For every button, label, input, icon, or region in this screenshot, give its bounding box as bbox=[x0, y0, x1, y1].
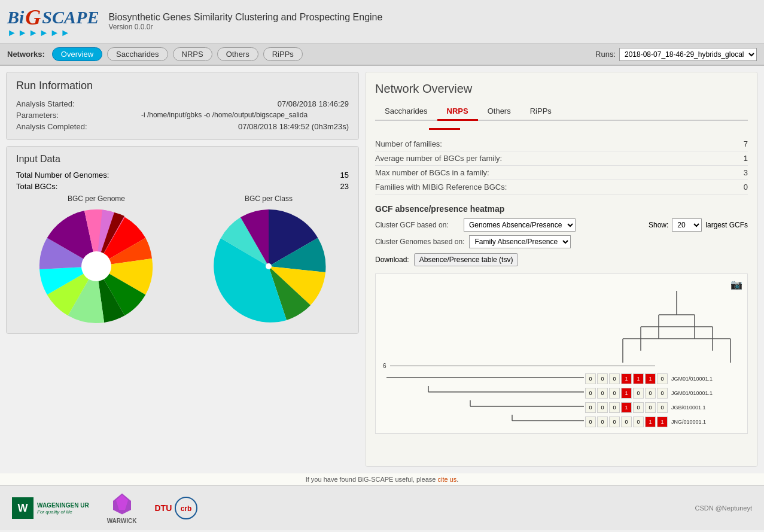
dendro-left-1 bbox=[381, 372, 584, 385]
hm-cell-r3-c5: 0 bbox=[633, 402, 644, 413]
net-tab-ripps[interactable]: RiPPs bbox=[521, 103, 561, 121]
heatmap-row-2: 0 0 0 1 0 0 0 JGM01/010001.1 bbox=[381, 386, 742, 400]
wageningen-name: WAGENINGEN UR bbox=[37, 502, 89, 509]
net-tab-nrps[interactable]: NRPS bbox=[437, 103, 478, 121]
nav-tab-nrps[interactable]: NRPS bbox=[173, 47, 212, 61]
hm-cell-r2-c2: 0 bbox=[597, 388, 608, 399]
nav-tab-ripps[interactable]: RiPPs bbox=[263, 47, 303, 61]
logo-g: G bbox=[25, 5, 41, 30]
wageningen-icon: W bbox=[12, 497, 34, 519]
analysis-started-value: 07/08/2018 18:46:29 bbox=[278, 99, 349, 108]
stat-families-label: Number of families: bbox=[375, 139, 442, 148]
active-tab-underline bbox=[429, 128, 460, 130]
left-dendro-4 bbox=[381, 415, 584, 427]
parameters-row: Parameters: -i /home/input/gbks -o /home… bbox=[16, 110, 349, 121]
net-tab-others[interactable]: Others bbox=[478, 103, 521, 121]
stat-max-bgcs-label: Max number of BGCs in a family: bbox=[375, 168, 489, 177]
bgc-per-class-chart: BGC per Class bbox=[188, 194, 349, 326]
analysis-completed-value: 07/08/2018 18:49:52 (0h3m23s) bbox=[238, 122, 349, 131]
logo-area: BiGSCAPE ► ► ► ► ► ► bbox=[7, 5, 99, 38]
left-dendro-3 bbox=[381, 400, 584, 412]
heatmap-rows: 0 0 0 1 1 1 0 JGM01/010001.1 bbox=[381, 372, 742, 428]
total-genomes-row: Total Number of Genomes: 15 bbox=[16, 169, 349, 181]
left-dendro-1 bbox=[381, 372, 584, 384]
download-button[interactable]: Absence/Presence table (tsv) bbox=[414, 253, 519, 266]
network-overview-title: Network Overview bbox=[375, 82, 748, 96]
arrow-icon-1: ► bbox=[7, 28, 17, 38]
crb-logo: crb bbox=[174, 496, 198, 520]
warwick-logo: WARWICK bbox=[107, 492, 137, 524]
input-data-title: Input Data bbox=[16, 154, 349, 165]
cluster-genomes-label: Cluster Genomes based on: bbox=[375, 238, 464, 246]
hm-cell-r1-c7: 0 bbox=[657, 373, 668, 384]
stat-avg-bgcs-value: 1 bbox=[744, 154, 748, 163]
arrow-icon-5: ► bbox=[50, 28, 59, 38]
hm-cell-r4-c4: 0 bbox=[621, 417, 632, 427]
runs-select[interactable]: 2018-08-07_18-46-29_hybrids_glocal bbox=[619, 48, 757, 61]
main-content: Run Information Analysis Started: 07/08/… bbox=[0, 66, 764, 473]
hm-cell-r1-c5: 1 bbox=[633, 373, 644, 384]
footer-credit: CSDN @Neptuneyt bbox=[695, 504, 752, 512]
hm-cell-r2-c3: 0 bbox=[609, 388, 620, 399]
heatmap-title: GCF absence/presence heatmap bbox=[375, 204, 748, 214]
hm-cell-r1-c2: 0 bbox=[597, 373, 608, 384]
heatmap-row-4: 0 0 0 0 0 1 1 JNG/010001.1 bbox=[381, 415, 742, 428]
nav-tab-saccharides[interactable]: Saccharides bbox=[107, 47, 168, 61]
hm-cell-r4-c2: 0 bbox=[597, 417, 608, 427]
svg-point-0 bbox=[81, 251, 111, 281]
wageningen-logo: W WAGENINGEN UR For quality of life bbox=[12, 497, 89, 519]
hm-cell-r1-c6: 1 bbox=[645, 373, 656, 384]
input-data-section: Input Data Total Number of Genomes: 15 T… bbox=[6, 146, 359, 334]
arrow-icon-2: ► bbox=[18, 28, 28, 38]
wageningen-sub: For quality of life bbox=[37, 509, 89, 515]
svg-point-1 bbox=[266, 263, 272, 269]
stat-max-bgcs-value: 3 bbox=[744, 168, 748, 177]
citation-note: If you have found BiG-SCAPE useful, plea… bbox=[0, 473, 764, 485]
arrow-icon-4: ► bbox=[39, 28, 49, 38]
show-select[interactable]: 20 10 50 bbox=[672, 218, 702, 232]
left-dendro-2 bbox=[381, 386, 584, 398]
heatmap-section: GCF absence/presence heatmap Cluster GCF… bbox=[375, 204, 748, 434]
hm-cell-r1-c1: 0 bbox=[585, 373, 596, 384]
bgc-genome-pie bbox=[36, 206, 156, 326]
download-row: Download: Absence/Presence table (tsv) bbox=[375, 253, 748, 266]
stat-avg-bgcs-label: Average number of BGCs per family: bbox=[375, 154, 502, 163]
hm-label-r1: JGM01/010001.1 bbox=[671, 376, 719, 382]
dendro-left-2 bbox=[381, 386, 584, 400]
stat-row-max-bgcs: Max number of BGCs in a family: 3 bbox=[375, 166, 748, 180]
app-version: Version 0.0.0r bbox=[108, 23, 382, 31]
axis-line: 6 bbox=[381, 363, 742, 369]
download-label: Download: bbox=[375, 256, 409, 264]
nav-tab-others[interactable]: Others bbox=[217, 47, 258, 61]
wageningen-text: WAGENINGEN UR For quality of life bbox=[37, 502, 89, 515]
cluster-genomes-select[interactable]: Family Absence/Presence Genome Similarit… bbox=[469, 235, 571, 248]
arrow-icon-3: ► bbox=[29, 28, 38, 38]
axis-number: 6 bbox=[383, 363, 386, 369]
runs-section: Runs: 2018-08-07_18-46-29_hybrids_glocal bbox=[595, 48, 757, 61]
hm-cell-r1-c3: 0 bbox=[609, 373, 620, 384]
hm-cell-r4-c7: 1 bbox=[657, 417, 668, 427]
cluster-gcf-select[interactable]: Genomes Absence/Presence BGC Similarity bbox=[464, 218, 576, 232]
parameters-value: -i /home/input/gbks -o /home/output/bigs… bbox=[100, 111, 349, 119]
warwick-text: WARWICK bbox=[107, 518, 137, 524]
network-tabs: Saccharides NRPS Others RiPPs bbox=[375, 103, 748, 121]
show-label: Show: bbox=[649, 221, 668, 229]
stat-mibig-label: Families with MIBiG Reference BGCs: bbox=[375, 183, 507, 191]
app-title-area: Biosynthetic Genes Similarity Clustering… bbox=[108, 12, 382, 31]
analysis-started-label: Analysis Started: bbox=[16, 99, 100, 108]
analysis-completed-row: Analysis Completed: 07/08/2018 18:49:52 … bbox=[16, 121, 349, 132]
net-tab-saccharides[interactable]: Saccharides bbox=[375, 103, 437, 121]
app-title: Biosynthetic Genes Similarity Clustering… bbox=[108, 12, 382, 23]
total-bgcs-row: Total BGCs: 23 bbox=[16, 181, 349, 192]
bgc-class-pie bbox=[209, 206, 328, 326]
camera-icon[interactable]: 📷 bbox=[730, 279, 742, 290]
logo-bi: Bi bbox=[7, 7, 24, 28]
hm-label-r4: JNG/010001.1 bbox=[671, 419, 719, 425]
stat-families-value: 7 bbox=[744, 139, 748, 148]
svg-text:crb: crb bbox=[181, 504, 192, 513]
bgc-per-genome-title: BGC per Genome bbox=[68, 194, 125, 203]
axis-tick-line bbox=[390, 366, 655, 366]
citation-link[interactable]: cite us bbox=[437, 476, 456, 483]
dendrogram-top bbox=[407, 279, 742, 363]
nav-tab-overview[interactable]: Overview bbox=[52, 47, 102, 61]
